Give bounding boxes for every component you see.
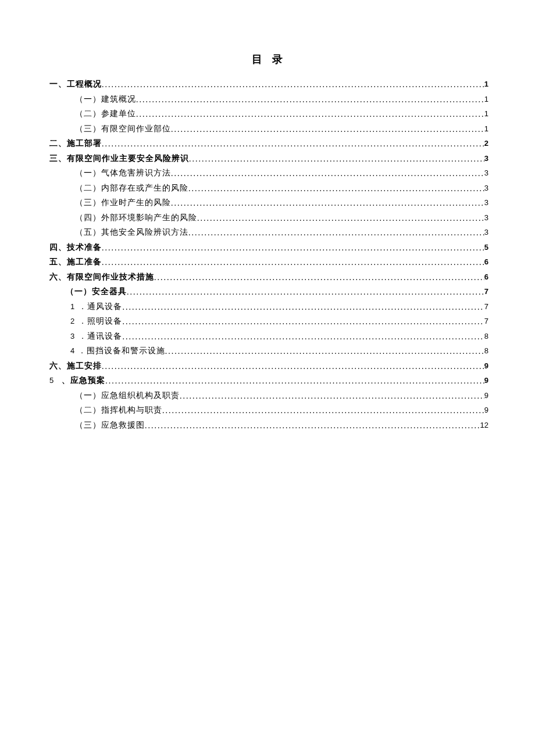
toc-leader: [145, 422, 480, 430]
toc-entry: 三、有限空间作业主要安全风险辨识3: [49, 155, 488, 163]
toc-entry: 五、施工准备6: [49, 258, 488, 266]
toc-label: （一）应急组织机构及职责: [75, 392, 180, 400]
toc-label: 五、施工准备: [49, 258, 102, 266]
toc-entry: 4．围挡设备和警示设施8: [49, 347, 488, 355]
toc-page-number: 1: [484, 125, 488, 132]
toc-leader: [105, 377, 484, 385]
toc-leader: [122, 333, 484, 341]
toc-entry: （四）外部环境影响产生的风险3: [49, 214, 488, 222]
toc-entry: 二、施工部署2: [49, 139, 488, 148]
toc-leader: [180, 392, 484, 400]
toc-entry: （三）作业时产生的风险3: [49, 199, 488, 207]
toc-page-number: 9: [484, 362, 488, 370]
toc-entry: 六、施工安排9: [49, 362, 488, 370]
toc-page-number: 3: [484, 155, 488, 162]
toc-entry: 5 、应急预案9: [49, 377, 488, 385]
toc-entry: （一）建筑概况1: [49, 95, 488, 103]
toc-page-number: 7: [484, 303, 488, 310]
toc-label: ．照明设备: [79, 317, 122, 325]
toc-leader: [102, 81, 484, 89]
toc-entry: （三）应急救援图12: [49, 421, 488, 429]
toc-entry: 一、工程概况1: [49, 80, 488, 88]
toc-page-number: 3: [484, 199, 488, 206]
toc-leader: [188, 185, 484, 193]
toc-label: （二）指挥机构与职责: [75, 406, 162, 414]
toc-page-number: 7: [484, 317, 488, 325]
toc-leader: [197, 214, 484, 223]
toc-page-number: 5: [484, 243, 488, 251]
toc-entry: 1．通风设备7: [49, 303, 488, 311]
toc-label: ．通讯设备: [79, 332, 122, 341]
toc-label: 二、施工部署: [49, 139, 102, 148]
toc-page-number: 6: [484, 258, 488, 266]
toc-page-number: 8: [484, 332, 488, 340]
toc-leader: [102, 259, 484, 267]
toc-entry: （三）有限空间作业部位1: [49, 125, 488, 133]
document-page: 目 录 一、工程概况1（一）建筑概况1（二）参建单位1（三）有限空间作业部位1二…: [0, 0, 535, 756]
toc-label: （三）有限空间作业部位: [75, 125, 171, 133]
toc-leader: [171, 199, 484, 207]
toc-leader: [165, 347, 484, 356]
toc-entry: （二）指挥机构与职责9: [49, 406, 488, 414]
toc-leader: [102, 363, 484, 371]
toc-label: 四、技术准备: [49, 243, 102, 252]
toc-label: （五）其他安全风险辨识方法: [75, 228, 188, 237]
toc-page-number: 1: [484, 110, 488, 117]
toc-page-number: 7: [484, 288, 488, 295]
toc-page-number: 9: [484, 392, 488, 399]
toc-number: 1: [70, 303, 79, 310]
toc-page-number: 1: [484, 80, 488, 88]
toc-page-number: 3: [484, 184, 488, 192]
toc-label: （三）作业时产生的风险: [75, 199, 171, 207]
toc-leader: [127, 288, 484, 296]
toc-page-number: 3: [484, 228, 488, 236]
table-of-contents: 一、工程概况1（一）建筑概况1（二）参建单位1（三）有限空间作业部位1二、施工部…: [49, 80, 488, 429]
toc-number: 3: [70, 332, 79, 340]
toc-label: 、应急预案: [62, 377, 105, 385]
toc-label: （一）气体危害辨识方法: [75, 169, 171, 177]
toc-label: ．围挡设备和警示设施: [78, 347, 165, 355]
toc-label: 六、有限空间作业技术措施: [49, 273, 154, 281]
toc-leader: [136, 110, 484, 119]
toc-entry: （一）安全器具7: [49, 288, 488, 296]
toc-page-number: 9: [484, 377, 488, 384]
toc-entry: （一）应急组织机构及职责9: [49, 392, 488, 400]
toc-leader: [171, 170, 484, 178]
toc-entry: 六、有限空间作业技术措施6: [49, 273, 488, 281]
toc-label: （一）建筑概况: [75, 95, 136, 103]
page-title: 目 录: [49, 52, 488, 66]
toc-leader: [171, 126, 484, 134]
toc-leader: [188, 229, 484, 237]
toc-page-number: 9: [484, 406, 488, 414]
toc-label: （三）应急救援图: [75, 421, 145, 429]
toc-leader: [122, 303, 484, 311]
toc-entry: 2．照明设备7: [49, 317, 488, 325]
toc-entry: 四、技术准备5: [49, 243, 488, 252]
toc-leader: [154, 274, 484, 282]
toc-number: 2: [70, 317, 79, 325]
toc-page-number: 12: [480, 421, 488, 429]
toc-entry: （二）参建单位1: [49, 110, 488, 118]
toc-label: （二）内部存在或产生的风险: [75, 184, 188, 192]
toc-entry: 3．通讯设备8: [49, 332, 488, 341]
toc-label: 六、施工安排: [49, 362, 102, 370]
toc-entry: （五）其他安全风险辨识方法3: [49, 228, 488, 237]
toc-leader: [189, 155, 484, 163]
toc-label: ．通风设备: [79, 303, 122, 311]
toc-label: 一、工程概况: [49, 80, 102, 88]
toc-page-number: 8: [484, 347, 488, 354]
toc-page-number: 3: [484, 214, 488, 221]
toc-entry: （一）气体危害辨识方法3: [49, 169, 488, 177]
toc-label: （一）安全器具: [66, 288, 127, 296]
toc-leader: [102, 140, 484, 148]
toc-leader: [162, 407, 484, 415]
toc-page-number: 2: [484, 139, 488, 147]
toc-page-number: 1: [484, 95, 488, 103]
toc-leader: [136, 96, 484, 104]
toc-entry: （二）内部存在或产生的风险3: [49, 184, 488, 192]
toc-label: 三、有限空间作业主要安全风险辨识: [49, 155, 189, 163]
toc-leader: [122, 318, 484, 326]
toc-label: （四）外部环境影响产生的风险: [75, 214, 197, 222]
toc-number: 5: [49, 377, 54, 384]
toc-number: 4: [70, 347, 78, 354]
